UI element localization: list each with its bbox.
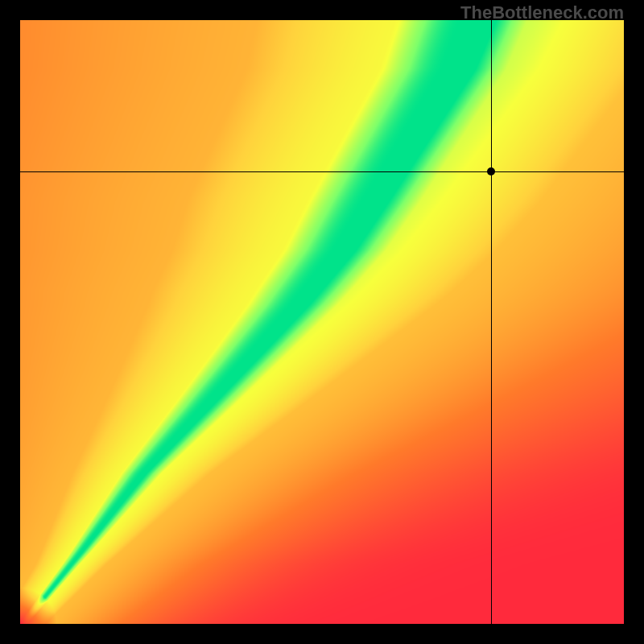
heatmap-frame [20,20,624,624]
crosshair-horizontal [20,171,624,172]
heatmap-canvas [20,20,624,624]
crosshair-vertical [491,20,492,624]
data-point-marker [487,167,495,175]
watermark-text: TheBottleneck.com [460,2,624,23]
